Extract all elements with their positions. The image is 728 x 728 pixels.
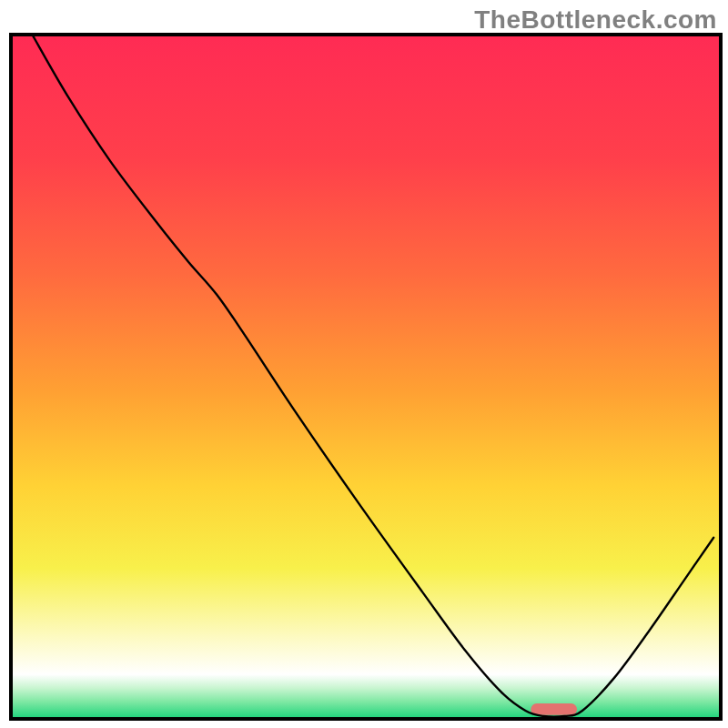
plot-area bbox=[11, 35, 721, 719]
sweet-spot-bar bbox=[531, 703, 577, 715]
watermark-text: TheBottleneck.com bbox=[474, 5, 717, 35]
bottleneck-chart bbox=[0, 0, 728, 728]
gradient-background bbox=[11, 35, 721, 719]
annotations-layer bbox=[531, 703, 577, 715]
